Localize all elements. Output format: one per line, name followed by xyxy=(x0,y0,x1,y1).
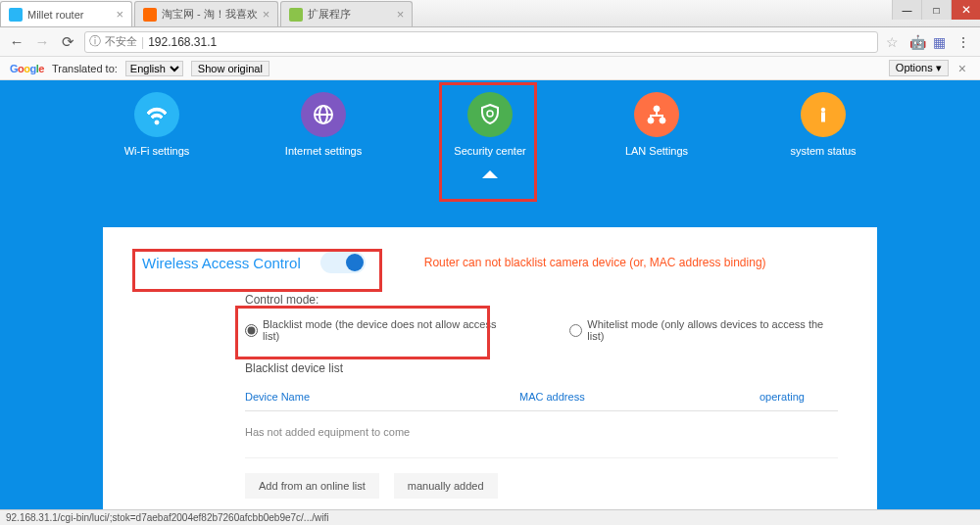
annotation-box xyxy=(439,82,537,202)
radio-whitelist-mode[interactable]: Whitelist mode (only allows devices to a… xyxy=(569,318,838,342)
svg-point-6 xyxy=(660,118,665,123)
show-original-button[interactable]: Show original xyxy=(191,61,270,76)
table-header: Device Name MAC address operating xyxy=(245,383,838,411)
col-mac-address[interactable]: MAC address xyxy=(519,391,760,403)
android-icon[interactable]: 🤖 xyxy=(909,34,925,50)
control-mode-label: Control mode: xyxy=(245,293,838,307)
url-text: 192.168.31.1 xyxy=(148,35,217,49)
svg-point-4 xyxy=(654,106,660,112)
puzzle-icon xyxy=(289,8,303,22)
menu-icon[interactable]: ⋮ xyxy=(956,34,972,50)
router-page: Wi-Fi settings Internet settings Securit… xyxy=(0,80,980,509)
browser-tab[interactable]: 扩展程序 × xyxy=(280,1,413,26)
nav-wifi-settings[interactable]: Wi-Fi settings xyxy=(118,92,196,157)
close-icon[interactable]: × xyxy=(397,7,405,22)
security-warning: 不安全 xyxy=(105,34,137,49)
manually-add-button[interactable]: manually added xyxy=(394,473,498,499)
radio-label: Whitelist mode (only allows devices to a… xyxy=(587,318,838,342)
close-icon[interactable]: × xyxy=(955,61,970,76)
bookmark-icon[interactable]: ☆ xyxy=(886,34,902,50)
wireless-access-toggle[interactable] xyxy=(320,252,366,273)
address-bar: ← → ⟳ ⓘ 不安全 | 192.168.31.1 ☆ 🤖 ▦ ⋮ xyxy=(0,27,980,57)
forward-button[interactable]: → xyxy=(33,33,51,51)
translate-label: Translated to: xyxy=(52,63,118,74)
content-panel: Wireless Access Control Router can not b… xyxy=(103,227,877,509)
translate-language-select[interactable]: English xyxy=(125,61,183,76)
extension-icon[interactable]: ▦ xyxy=(933,34,949,50)
translate-bar: Google Translated to: English Show origi… xyxy=(0,57,980,80)
reload-button[interactable]: ⟳ xyxy=(59,33,76,51)
annotation-box xyxy=(235,306,490,359)
url-input[interactable]: ⓘ 不安全 | 192.168.31.1 xyxy=(84,31,878,53)
back-button[interactable]: ← xyxy=(8,33,25,51)
favicon-icon xyxy=(143,8,157,22)
wifi-icon xyxy=(134,92,179,137)
empty-list-message: Has not added equipment to come xyxy=(245,411,838,458)
tab-title: 淘宝网 - 淘！我喜欢 xyxy=(162,7,258,22)
tab-title: Millet router xyxy=(27,9,83,21)
close-icon[interactable]: × xyxy=(263,7,270,22)
close-window-button[interactable]: ✕ xyxy=(951,0,980,20)
google-logo: Google xyxy=(10,63,44,74)
add-from-online-button[interactable]: Add from an online list xyxy=(245,473,379,499)
nav-lan-settings[interactable]: LAN Settings xyxy=(617,92,696,157)
maximize-button[interactable]: □ xyxy=(921,0,951,20)
col-operating[interactable]: operating xyxy=(760,391,838,403)
window-controls: — □ ✕ xyxy=(892,0,980,20)
browser-tab[interactable]: 淘宝网 - 淘！我喜欢 × xyxy=(134,1,278,26)
favicon-icon xyxy=(9,8,23,22)
nav-label: LAN Settings xyxy=(625,145,688,157)
svg-rect-8 xyxy=(822,113,825,121)
info-icon: ⓘ xyxy=(89,33,101,50)
info-icon xyxy=(801,92,846,137)
blacklist-list-title: Blacklist device list xyxy=(245,361,838,375)
nav-system-status[interactable]: system status xyxy=(784,92,862,157)
nav-label: Internet settings xyxy=(285,145,362,157)
annotation-text: Router can not blacklist camera device (… xyxy=(424,256,766,269)
toolbar-icons: ☆ 🤖 ▦ ⋮ xyxy=(886,34,972,50)
network-icon xyxy=(634,92,679,137)
browser-tab-bar: Millet router × 淘宝网 - 淘！我喜欢 × 扩展程序 × — □… xyxy=(0,0,980,27)
svg-point-7 xyxy=(821,108,825,112)
nav-internet-settings[interactable]: Internet settings xyxy=(284,92,363,157)
radio-input[interactable] xyxy=(569,324,582,337)
nav-label: Wi-Fi settings xyxy=(124,145,190,157)
svg-point-5 xyxy=(648,118,654,123)
browser-tab-active[interactable]: Millet router × xyxy=(0,1,132,26)
col-device-name[interactable]: Device Name xyxy=(245,391,519,403)
minimize-button[interactable]: — xyxy=(892,0,921,20)
close-icon[interactable]: × xyxy=(116,7,123,22)
globe-icon xyxy=(301,92,346,137)
status-url: 92.168.31.1/cgi-bin/luci/;stok=d7aebaf20… xyxy=(6,512,328,523)
tab-title: 扩展程序 xyxy=(308,7,351,22)
translate-options-button[interactable]: Options ▾ xyxy=(889,60,949,76)
status-bar: 92.168.31.1/cgi-bin/luci/;stok=d7aebaf20… xyxy=(0,509,980,525)
nav-label: system status xyxy=(790,145,856,157)
